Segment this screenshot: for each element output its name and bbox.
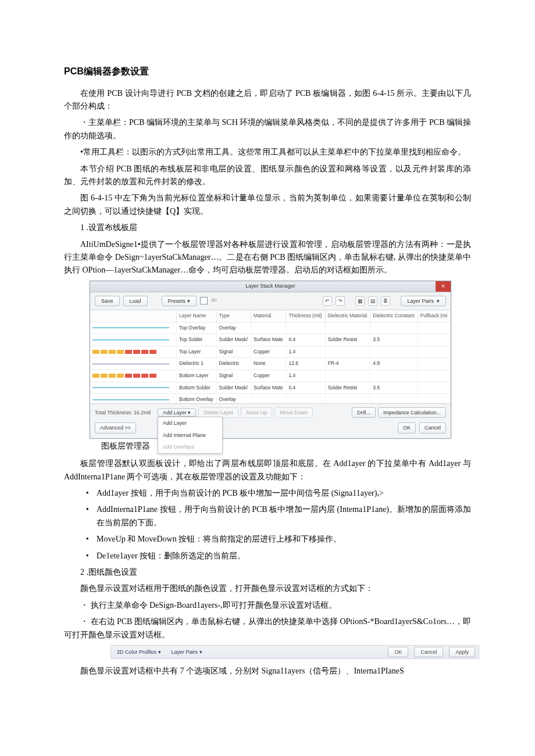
table-cell[interactable] bbox=[418, 346, 450, 358]
table-cell[interactable]: Copper bbox=[251, 370, 286, 382]
table-cell[interactable]: 3.5 bbox=[370, 334, 418, 346]
table-cell[interactable]: Dielectric 1 bbox=[177, 358, 217, 370]
table-cell[interactable] bbox=[325, 370, 370, 382]
table-cell[interactable] bbox=[370, 394, 418, 403]
table-cell[interactable]: FR-4 bbox=[325, 358, 370, 370]
table-header-cell[interactable]: Thickness (mil) bbox=[286, 310, 325, 322]
add-overlays-menu-item[interactable]: Add Overlays bbox=[158, 441, 222, 453]
grid-icon[interactable]: ▦ bbox=[355, 296, 365, 306]
table-row[interactable]: Top SolderSolder Mask/Surface Mate0.4Sol… bbox=[90, 334, 451, 346]
table-cell[interactable] bbox=[418, 382, 450, 394]
add-layer-menu-item[interactable]: Add Layer bbox=[158, 417, 222, 429]
table-row[interactable]: Top OverlayOverlay bbox=[90, 322, 451, 334]
table-header-cell[interactable] bbox=[90, 310, 177, 322]
para: 图 6-4-15 中左下角为当前光标位置坐标和计量单位显示，当前为英制单位，如果… bbox=[64, 192, 471, 218]
layer-pairs-tab[interactable]: Layer Pairs ▾ bbox=[169, 647, 205, 657]
layer-preview-cell bbox=[90, 394, 177, 403]
table-cell[interactable]: Signal bbox=[216, 346, 251, 358]
ok-button[interactable]: OK bbox=[388, 647, 408, 657]
table-cell[interactable]: 0.4 bbox=[286, 334, 325, 346]
table-cell[interactable]: 12.6 bbox=[286, 358, 325, 370]
layers-icon[interactable]: ≣ bbox=[381, 296, 390, 306]
table-cell[interactable]: Top Overlay bbox=[177, 322, 217, 334]
move-down-button[interactable]: Move Down bbox=[274, 407, 313, 418]
table-cell[interactable]: Surface Mate bbox=[251, 382, 286, 394]
table-cell[interactable]: Solder Resist bbox=[325, 334, 370, 346]
table-cell[interactable] bbox=[286, 394, 325, 403]
three-d-checkbox[interactable] bbox=[200, 297, 208, 304]
table-cell[interactable] bbox=[251, 322, 286, 334]
table-header-cell[interactable]: Type bbox=[216, 310, 251, 322]
table-cell[interactable] bbox=[325, 322, 370, 334]
table-cell[interactable]: 3.5 bbox=[370, 382, 418, 394]
table-row[interactable]: Bottom SolderSolder Mask/Surface Mate0.4… bbox=[90, 382, 451, 394]
table-cell[interactable]: Top Solder bbox=[177, 334, 217, 346]
table-row[interactable]: Dielectric 1DielectricNone12.6FR-44.8 bbox=[90, 358, 451, 370]
table-cell[interactable]: None bbox=[251, 358, 286, 370]
three-d-label: 3D bbox=[211, 297, 217, 304]
table-cell[interactable] bbox=[418, 394, 450, 403]
table-cell[interactable] bbox=[418, 370, 450, 382]
table-header-cell[interactable]: Dielectric Constant bbox=[370, 310, 418, 322]
color-settings-bar: 2D Color Profiles ▾ Layer Pairs ▾ OK Can… bbox=[110, 645, 479, 659]
table-header-cell[interactable]: Layer Name bbox=[177, 310, 217, 322]
list-icon[interactable]: ▤ bbox=[368, 296, 377, 306]
table-cell[interactable] bbox=[286, 322, 325, 334]
table-cell[interactable] bbox=[325, 346, 370, 358]
table-cell[interactable]: 1.4 bbox=[286, 346, 325, 358]
layer-preview-cell bbox=[90, 358, 177, 370]
list-item: •Add1ayer 按钮，用于向当前设计的 PCB 板中增加一层中间信号层 (S… bbox=[82, 487, 471, 500]
save-button[interactable]: Save bbox=[95, 296, 120, 306]
layer-pairs-button[interactable]: Layer Pairs ▾ bbox=[401, 296, 446, 306]
table-cell[interactable]: 0.4 bbox=[286, 382, 325, 394]
document-page: PCB编辑器参数设置 在使用 PCB 设计向导进行 PCB 文档的创建之后，即启… bbox=[0, 0, 535, 705]
table-header-cell[interactable]: Material bbox=[251, 310, 286, 322]
table-cell[interactable] bbox=[251, 394, 286, 403]
table-cell[interactable]: Signal bbox=[216, 370, 251, 382]
table-cell[interactable]: Solder Mask/ bbox=[216, 334, 251, 346]
close-icon[interactable]: × bbox=[436, 281, 451, 292]
table-cell[interactable] bbox=[418, 322, 450, 334]
table-cell[interactable]: 1.4 bbox=[286, 370, 325, 382]
table-row[interactable]: Bottom LayerSignalCopper1.4 bbox=[90, 370, 451, 382]
table-cell[interactable]: Bottom Layer bbox=[177, 370, 217, 382]
add-layer-button[interactable]: Add Layer ▾ bbox=[158, 409, 197, 417]
list-item: •MoveUp 和 MoveDown 按钮：将当前指定的层进行上移和下移操作。 bbox=[82, 533, 471, 546]
table-header-cell[interactable]: Dielectric Material bbox=[325, 310, 370, 322]
table-cell[interactable]: Bottom Overlay bbox=[177, 394, 217, 403]
table-cell[interactable] bbox=[325, 394, 370, 403]
impedance-calc-button[interactable]: Impedance Calculation... bbox=[378, 407, 446, 418]
cancel-button[interactable]: Cancel bbox=[419, 422, 446, 433]
table-cell[interactable]: Surface Mate bbox=[251, 334, 286, 346]
table-row[interactable]: Bottom OverlayOverlay bbox=[90, 394, 451, 403]
advanced-button[interactable]: Advanced >> bbox=[95, 422, 136, 433]
undo-icon[interactable]: ↶ bbox=[323, 296, 332, 306]
table-cell[interactable] bbox=[418, 334, 450, 346]
table-cell[interactable]: Dielectric bbox=[216, 358, 251, 370]
table-cell[interactable] bbox=[370, 346, 418, 358]
add-internal-plane-menu-item[interactable]: Add Internal Plane bbox=[158, 429, 222, 441]
table-cell[interactable]: 4.8 bbox=[370, 358, 418, 370]
table-cell[interactable] bbox=[370, 322, 418, 334]
load-button[interactable]: Load bbox=[123, 296, 148, 306]
table-cell[interactable]: Overlay bbox=[216, 322, 251, 334]
table-cell[interactable]: Top Layer bbox=[177, 346, 217, 358]
ok-button[interactable]: OK bbox=[398, 422, 416, 433]
drill-button[interactable]: Drill... bbox=[352, 407, 376, 418]
table-cell[interactable] bbox=[418, 358, 450, 370]
dialog-titlebar[interactable]: Layer Stack Manager × bbox=[90, 281, 451, 292]
redo-icon[interactable]: ↷ bbox=[336, 296, 345, 306]
apply-button[interactable]: Apply bbox=[449, 647, 475, 657]
cancel-button[interactable]: Cancel bbox=[414, 647, 443, 657]
2d-color-profiles-tab[interactable]: 2D Color Profiles ▾ bbox=[115, 647, 163, 657]
table-cell[interactable] bbox=[370, 370, 418, 382]
table-cell[interactable]: Solder Resist bbox=[325, 382, 370, 394]
table-cell[interactable]: Solder Mask/ bbox=[216, 382, 251, 394]
table-cell[interactable]: Bottom Solder bbox=[177, 382, 217, 394]
table-row[interactable]: Top LayerSignalCopper1.4 bbox=[90, 346, 451, 358]
table-cell[interactable]: Overlay bbox=[216, 394, 251, 403]
table-cell[interactable]: Copper bbox=[251, 346, 286, 358]
presets-button[interactable]: Presets ▾ bbox=[162, 296, 197, 306]
table-header-cell[interactable]: Pullback (mi bbox=[418, 310, 450, 322]
move-up-button[interactable]: Move Up bbox=[241, 407, 272, 418]
